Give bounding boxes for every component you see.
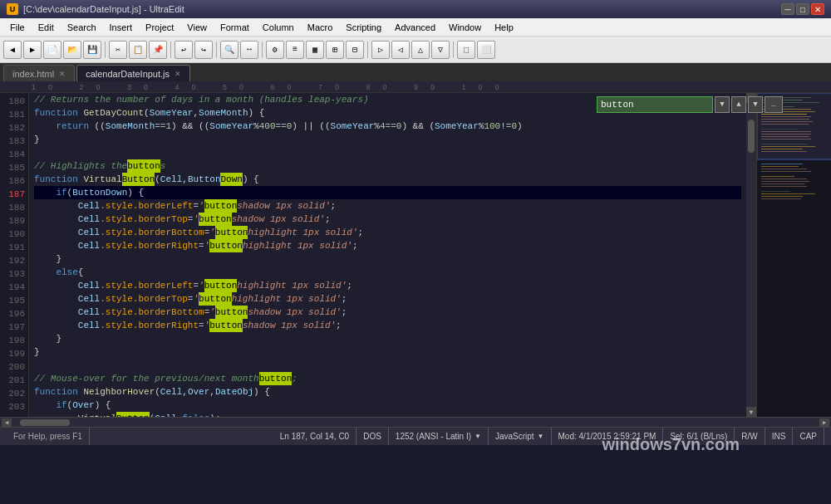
toolbar-btn10[interactable]: ▷ bbox=[371, 41, 390, 59]
svg-rect-29 bbox=[761, 183, 804, 184]
code-line-190: Cell .style.borderBottom = 'buttonhighli… bbox=[34, 226, 741, 239]
status-help: For Help, press F1 bbox=[7, 428, 90, 445]
close-button[interactable]: ✕ bbox=[811, 3, 824, 15]
menu-edit[interactable]: Edit bbox=[32, 21, 61, 34]
menu-insert[interactable]: Insert bbox=[103, 21, 140, 34]
menu-view[interactable]: View bbox=[180, 21, 214, 34]
minimap-svg bbox=[757, 93, 831, 417]
toolbar-replace-btn[interactable]: ↔ bbox=[240, 41, 258, 59]
toolbar-cut-btn[interactable]: ✂ bbox=[109, 41, 127, 59]
h-scroll-thumb[interactable] bbox=[20, 419, 70, 426]
status-language[interactable]: JavaScript ▼ bbox=[489, 428, 552, 445]
status-language-dropdown[interactable]: ▼ bbox=[538, 433, 544, 440]
tab-calendar-js[interactable]: calendarDateInput.js ✕ bbox=[76, 65, 190, 81]
search-prev-btn[interactable]: ▲ bbox=[731, 96, 746, 113]
horizontal-scrollbar[interactable]: ◀ ▶ bbox=[0, 417, 831, 427]
menu-advanced[interactable]: Advanced bbox=[388, 21, 442, 34]
tab-close-calendar[interactable]: ✕ bbox=[175, 70, 181, 78]
code-line-185: // Highlights the button s bbox=[34, 159, 741, 173]
toolbar-undo-btn[interactable]: ↩ bbox=[175, 41, 193, 59]
scroll-right-btn[interactable]: ▶ bbox=[819, 418, 829, 427]
search-dropdown-btn[interactable]: ▼ bbox=[715, 96, 730, 113]
tab-close-index[interactable]: ✕ bbox=[59, 70, 66, 78]
editor-container: 180 181 182 183 184 185 186 187 188 189 … bbox=[0, 93, 831, 417]
toolbar-btn14[interactable]: ⬚ bbox=[457, 41, 475, 59]
title-bar: U [C:\dev\calendarDateInput.js] - UltraE… bbox=[0, 0, 831, 18]
code-line-188: Cell .style.borderLeft = 'buttonshadow 1… bbox=[34, 199, 741, 213]
maximize-button[interactable]: □ bbox=[796, 3, 809, 15]
separator-4 bbox=[262, 42, 263, 58]
search-bar: ▼ ▲ ▼ … bbox=[597, 96, 783, 113]
scroll-thumb[interactable] bbox=[748, 120, 755, 153]
svg-rect-22 bbox=[761, 164, 803, 164]
tab-bar: index.html ✕ calendarDateInput.js ✕ bbox=[0, 63, 831, 81]
vertical-scrollbar[interactable]: ▲ ▼ bbox=[746, 93, 756, 417]
toolbar-open-btn[interactable]: 📂 bbox=[63, 41, 81, 59]
svg-rect-25 bbox=[761, 171, 811, 172]
code-line-203: if ( Over ) { bbox=[34, 399, 741, 412]
status-rw[interactable]: R/W bbox=[735, 428, 765, 445]
status-selection: Sel: 6/1 (B/Lns) bbox=[663, 428, 735, 445]
ruler: 10 20 30 40 50 60 70 80 90 100 bbox=[0, 81, 831, 93]
svg-rect-24 bbox=[761, 169, 807, 169]
toolbar: ◀ ▶ 📄 📂 💾 ✂ 📋 📌 ↩ ↪ 🔍 ↔ ⚙ ≡ ▦ ⊞ ⊟ ▷ ◁ △ … bbox=[0, 37, 831, 63]
menu-file[interactable]: File bbox=[3, 21, 32, 34]
status-charset-dropdown[interactable]: ▼ bbox=[475, 433, 481, 440]
code-line-198: } bbox=[34, 332, 741, 345]
svg-rect-28 bbox=[761, 181, 809, 182]
toolbar-new-btn[interactable]: 📄 bbox=[43, 41, 61, 59]
toolbar-find-btn[interactable]: 🔍 bbox=[220, 41, 238, 59]
toolbar-back-btn[interactable]: ◀ bbox=[3, 41, 22, 59]
tab-label-index: index.html bbox=[12, 69, 54, 79]
code-line-204: Virtual Button ( Cell , false ); bbox=[34, 412, 741, 417]
menu-search[interactable]: Search bbox=[61, 21, 103, 34]
scroll-down-btn[interactable]: ▼ bbox=[746, 407, 756, 417]
code-line-202: function NeighborHover ( Cell , Over , D… bbox=[34, 385, 741, 399]
status-ins[interactable]: INS bbox=[765, 428, 794, 445]
code-line-196: Cell .style.borderBottom = 'buttonshadow… bbox=[34, 306, 741, 319]
search-input[interactable] bbox=[597, 96, 713, 113]
code-line-200 bbox=[34, 359, 741, 372]
toolbar-paste-btn[interactable]: 📌 bbox=[149, 41, 167, 59]
menu-window[interactable]: Window bbox=[442, 21, 488, 34]
toolbar-copy-btn[interactable]: 📋 bbox=[129, 41, 147, 59]
status-charset[interactable]: 1252 (ANSI - Latin I) ▼ bbox=[389, 428, 489, 445]
code-line-191: Cell .style.borderRight = 'buttonhighlig… bbox=[34, 239, 741, 252]
menu-help[interactable]: Help bbox=[488, 21, 520, 34]
toolbar-btn9[interactable]: ⊟ bbox=[346, 41, 364, 59]
menu-column[interactable]: Column bbox=[256, 21, 301, 34]
toolbar-btn12[interactable]: △ bbox=[411, 41, 430, 59]
toolbar-btn5[interactable]: ⚙ bbox=[266, 41, 284, 59]
separator-6 bbox=[453, 42, 454, 58]
status-encoding: DOS bbox=[356, 428, 389, 445]
toolbar-save-btn[interactable]: 💾 bbox=[83, 41, 101, 59]
toolbar-forward-btn[interactable]: ▶ bbox=[23, 41, 42, 59]
toolbar-btn8[interactable]: ⊞ bbox=[326, 41, 344, 59]
menu-macro[interactable]: Macro bbox=[301, 21, 340, 34]
search-next-btn[interactable]: ▼ bbox=[748, 96, 763, 113]
code-line-192: } bbox=[34, 252, 741, 266]
search-options-btn[interactable]: … bbox=[765, 96, 783, 113]
code-line-193: else { bbox=[34, 266, 741, 279]
minimize-button[interactable]: ─ bbox=[781, 3, 794, 15]
toolbar-redo-btn[interactable]: ↪ bbox=[194, 41, 213, 59]
tab-index-html[interactable]: index.html ✕ bbox=[3, 65, 75, 81]
svg-rect-30 bbox=[761, 186, 807, 187]
menu-scripting[interactable]: Scripting bbox=[339, 21, 388, 34]
status-cap[interactable]: CAP bbox=[793, 428, 824, 445]
toolbar-btn13[interactable]: ▽ bbox=[431, 41, 450, 59]
code-area[interactable]: // Returns the number of days in a month… bbox=[29, 93, 746, 417]
toolbar-btn15[interactable]: ⬜ bbox=[477, 41, 495, 59]
toolbar-btn11[interactable]: ◁ bbox=[391, 41, 410, 59]
toolbar-btn6[interactable]: ≡ bbox=[286, 41, 304, 59]
code-line-199: } bbox=[34, 345, 741, 359]
code-line-197: Cell .style.borderRight = 'buttonshadow … bbox=[34, 319, 741, 332]
status-position: Ln 187, Col 14, C0 bbox=[273, 428, 356, 445]
code-line-184 bbox=[34, 146, 741, 159]
menu-project[interactable]: Project bbox=[139, 21, 180, 34]
status-bar: For Help, press F1 Ln 187, Col 14, C0 DO… bbox=[0, 427, 831, 445]
menu-format[interactable]: Format bbox=[214, 21, 256, 34]
toolbar-btn7[interactable]: ▦ bbox=[306, 41, 324, 59]
status-modified: Mod: 4/1/2015 2:59:21 PM bbox=[552, 428, 664, 445]
scroll-left-btn[interactable]: ◀ bbox=[2, 418, 12, 427]
